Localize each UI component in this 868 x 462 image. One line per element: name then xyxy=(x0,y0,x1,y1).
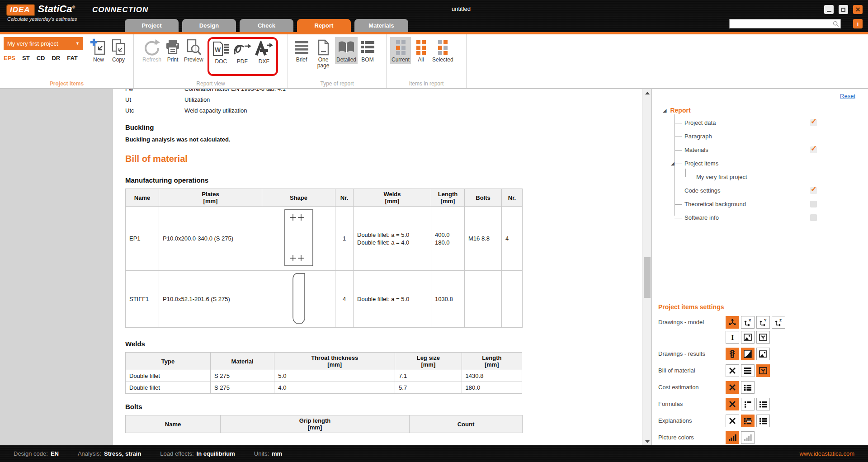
settings-row-drawings-model: Drawings - model X Y Z xyxy=(658,315,864,329)
preview-button[interactable]: Preview xyxy=(183,37,205,64)
document-title: untitled xyxy=(427,5,495,12)
bom-none-button[interactable] xyxy=(726,364,739,377)
formulas-none-button[interactable] xyxy=(726,398,739,410)
export-doc-button[interactable]: W DOC xyxy=(211,39,231,74)
bill-of-material-heading: Bill of material xyxy=(125,154,642,164)
scrollbar-thumb[interactable] xyxy=(644,257,651,298)
tree-root-report[interactable]: ◢ Report xyxy=(663,105,691,115)
group-label-items-in-report: Items in report xyxy=(387,80,466,87)
idea-logo: IDEA xyxy=(6,4,35,16)
analysis-type-fat[interactable]: FAT xyxy=(67,55,78,61)
cost-none-button[interactable] xyxy=(726,381,739,394)
view-x-button[interactable]: X xyxy=(741,316,755,329)
ribbon-group-items-in-report: Current All Selected Items in report xyxy=(387,34,467,88)
checkbox-software-info[interactable] xyxy=(810,214,817,221)
minimize-button[interactable] xyxy=(824,5,834,14)
analysis-type-cd[interactable]: CD xyxy=(37,55,45,61)
welds-table: Type Material Throat thickness[mm] Leg s… xyxy=(125,352,522,394)
bom-button[interactable]: BOM xyxy=(358,37,377,64)
tree-item-software-info[interactable]: Software info xyxy=(652,213,868,223)
tree-item-project-data[interactable]: Project data xyxy=(652,118,868,128)
search-box xyxy=(729,19,841,28)
picture-night-button[interactable] xyxy=(741,331,755,344)
colors-gray-button[interactable] xyxy=(741,431,755,444)
colors-on-button[interactable] xyxy=(726,431,739,444)
table-row: STIFF1 P10.0x52.1-201.6 (S 275) 4 Double… xyxy=(126,271,523,328)
checkbox-materials[interactable] xyxy=(810,146,817,153)
maximize-button[interactable] xyxy=(839,5,848,14)
formulas-list-button[interactable] xyxy=(756,398,770,410)
items-current-button[interactable]: Current xyxy=(390,37,411,64)
table-row: Double filletS 275 4.05.7 180.0 xyxy=(126,382,522,394)
new-button[interactable]: New xyxy=(89,37,108,64)
scroll-up-button[interactable] xyxy=(642,89,652,97)
vertical-scrollbar[interactable] xyxy=(642,89,651,445)
items-all-button[interactable]: All xyxy=(411,37,431,64)
export-pdf-button[interactable]: PDF xyxy=(231,39,253,74)
tree-item-my-very-first-project[interactable]: My very first project xyxy=(652,172,868,182)
ribbon-empty-space xyxy=(467,34,868,88)
website-link[interactable]: www.ideastatica.com xyxy=(800,450,854,457)
content-area: Fw Correlation factor EN 1993-1-8 tab. 4… xyxy=(0,89,868,445)
print-button[interactable]: Print xyxy=(163,37,183,64)
ribbon-group-project-items: My very first project ▼ EPS ST CD DR FAT xyxy=(0,34,134,88)
explanations-none-button[interactable] xyxy=(726,415,739,427)
bolts-table: Name Grip length[mm] Count xyxy=(125,415,523,433)
items-selected-button[interactable]: Selected xyxy=(431,37,454,64)
text-format-button[interactable]: I xyxy=(726,331,739,344)
bom-lines-button[interactable] xyxy=(741,364,755,377)
formulas-compact-button[interactable] xyxy=(741,398,755,410)
detailed-button[interactable]: Detailed xyxy=(335,37,358,64)
export-dxf-button[interactable]: DXF xyxy=(253,39,275,74)
picture-plant-button[interactable] xyxy=(756,331,770,344)
checkbox-code-settings[interactable] xyxy=(810,187,817,194)
bom-picture-plant-button[interactable] xyxy=(756,364,770,377)
checkbox-project-data[interactable] xyxy=(810,119,817,126)
view-y-button[interactable]: Y xyxy=(756,316,770,329)
tab-project[interactable]: Project xyxy=(125,19,179,32)
axonometry-view-button[interactable] xyxy=(726,316,739,329)
tab-materials[interactable]: Materials xyxy=(354,19,408,32)
collapse-icon[interactable]: ◢ xyxy=(663,108,666,113)
project-dropdown[interactable]: My very first project ▼ xyxy=(4,37,83,50)
tab-design[interactable]: Design xyxy=(182,19,236,32)
tree-item-materials[interactable]: Materials xyxy=(652,145,868,155)
view-z-button[interactable]: Z xyxy=(772,316,785,329)
analysis-type-dr[interactable]: DR xyxy=(52,55,60,61)
titlebar: IDEA StatiCa® CONNECTION Calculate yeste… xyxy=(0,0,868,32)
close-button[interactable]: ✕ xyxy=(853,5,863,14)
explanations-list-button[interactable] xyxy=(756,415,770,427)
tree-item-code-settings[interactable]: Code settings xyxy=(652,186,868,196)
registered-mark: ® xyxy=(72,5,75,9)
table-header-row: Type Material Throat thickness[mm] Leg s… xyxy=(126,353,522,370)
new-document-icon xyxy=(90,38,107,57)
minimize-icon xyxy=(827,11,831,12)
tree-item-project-items[interactable]: ◢ Project items xyxy=(652,159,868,169)
cost-list-button[interactable] xyxy=(741,381,755,394)
statica-logo-text: StatiCa® xyxy=(38,3,75,15)
picture-night-results-button[interactable] xyxy=(756,348,770,360)
copy-button[interactable]: Copy xyxy=(108,37,128,64)
search-input[interactable] xyxy=(730,20,833,28)
traffic-light-button[interactable] xyxy=(726,348,739,360)
reset-link[interactable]: Reset xyxy=(840,93,855,99)
explanations-detailed-button[interactable] xyxy=(741,415,755,427)
tab-report[interactable]: Report xyxy=(297,19,351,32)
product-name: CONNECTION xyxy=(92,5,148,14)
tab-check[interactable]: Check xyxy=(240,19,293,32)
refresh-button[interactable]: Refresh xyxy=(141,37,163,64)
analysis-type-eps[interactable]: EPS xyxy=(4,55,15,61)
tree-item-paragraph[interactable]: Paragraph xyxy=(652,132,868,141)
brief-button[interactable]: Brief xyxy=(292,37,311,64)
status-design-code: Design code:EN xyxy=(14,450,59,457)
analysis-type-st[interactable]: ST xyxy=(22,55,30,61)
scroll-down-button[interactable] xyxy=(642,438,652,445)
one-page-button[interactable]: One page xyxy=(311,37,335,70)
svg-text:X: X xyxy=(749,318,751,322)
checkbox-theoretical-background[interactable] xyxy=(810,201,817,207)
info-button[interactable]: i xyxy=(853,19,863,28)
collapse-icon[interactable]: ◢ xyxy=(671,161,675,166)
tree-item-theoretical-background[interactable]: Theoretical background xyxy=(652,199,868,209)
contrast-drawing-button[interactable] xyxy=(741,348,755,360)
table-row: EP1 P10.0x200.0-340.0 (S 275) 1 xyxy=(126,207,523,271)
